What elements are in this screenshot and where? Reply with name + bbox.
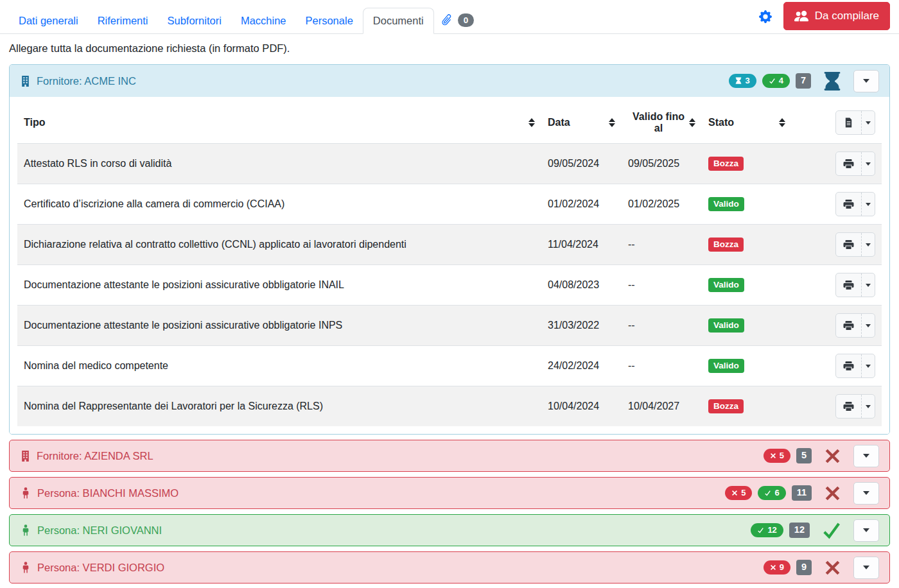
print-document-button[interactable] (835, 273, 875, 297)
status-badge: Bozza (708, 157, 744, 171)
panel-fornitore-azienda-srl[interactable]: Fornitore: AZIENDA SRL 5 5 (9, 440, 890, 472)
attachments-indicator[interactable]: 0 (434, 7, 481, 34)
caret-down-icon (866, 162, 871, 166)
panel-dropdown-button[interactable] (853, 70, 879, 92)
da-compilare-label: Da compilare (815, 10, 879, 22)
settings-gear-button[interactable] (759, 10, 772, 23)
tab-bar: Dati generali Riferimenti Subfornitori M… (0, 0, 899, 34)
x-icon (770, 453, 776, 459)
panel-title: Fornitore: AZIENDA SRL (37, 450, 153, 462)
printer-icon (843, 280, 854, 290)
status-badge: Bozza (708, 238, 744, 252)
person-icon (20, 487, 31, 499)
table-row: Documentazione attestante le posizioni a… (17, 265, 882, 306)
sort-icon-valido[interactable] (689, 118, 695, 127)
sort-icon-tipo[interactable] (528, 118, 535, 127)
print-document-button[interactable] (835, 151, 875, 176)
da-compilare-button[interactable]: Da compilare (783, 2, 890, 30)
doc-valido: -- (622, 265, 702, 306)
status-badge: Valido (708, 318, 744, 333)
supplier-panel-title: Fornitore: ACME INC (37, 75, 136, 87)
total-count-badge: 11 (792, 485, 812, 501)
tab-documenti[interactable]: Documenti (363, 8, 434, 34)
total-count-badge: 5 (796, 448, 812, 463)
printer-icon (843, 320, 854, 331)
tab-personale[interactable]: Personale (296, 8, 363, 33)
panel-title: Persona: BIANCHI MASSIMO (37, 487, 179, 499)
column-header-valido: Valido fino al (622, 102, 702, 144)
supplier-panel-header[interactable]: Fornitore: ACME INC 3 4 7 (10, 65, 889, 97)
status-badge: Valido (708, 197, 744, 212)
print-document-button[interactable] (835, 354, 875, 378)
printer-icon (843, 159, 854, 169)
tab-dati-generali[interactable]: Dati generali (9, 8, 88, 33)
panel-dropdown-button[interactable] (853, 519, 879, 542)
person-icon (20, 562, 31, 573)
doc-tipo: Nomina del medico competente (17, 346, 541, 386)
panel-dropdown-button[interactable] (853, 445, 879, 467)
doc-tipo: Nomina del Rappresentante dei Lavoratori… (17, 386, 541, 427)
table-row: Nomina del Rappresentante dei Lavoratori… (17, 386, 882, 427)
doc-data: 09/05/2024 (541, 144, 622, 184)
valid-count-badge: 6 (758, 486, 785, 500)
caret-down-icon (866, 405, 871, 408)
valid-count-badge: 12 (751, 523, 783, 537)
caret-down-icon (866, 284, 871, 287)
sort-icon-data[interactable] (609, 118, 615, 127)
caret-down-icon (866, 203, 871, 206)
x-icon (770, 564, 776, 571)
printer-icon (843, 199, 854, 209)
sort-icon-stato[interactable] (779, 118, 785, 127)
status-hourglass-icon (823, 71, 841, 91)
panel-dropdown-button[interactable] (853, 557, 879, 579)
doc-data: 11/04/2024 (541, 225, 622, 265)
print-document-button[interactable] (835, 394, 875, 419)
doc-valido: 09/05/2025 (622, 144, 702, 184)
print-document-button[interactable] (835, 192, 875, 216)
status-check-icon (822, 521, 841, 540)
export-documents-button[interactable] (835, 110, 875, 135)
tab-subfornitori[interactable]: Subfornitori (158, 8, 231, 33)
tab-macchine[interactable]: Macchine (231, 8, 296, 33)
caret-down-icon (866, 243, 871, 246)
caret-down-icon (866, 121, 871, 125)
caret-down-icon (863, 491, 869, 495)
doc-valido: 01/02/2025 (622, 184, 702, 225)
print-document-button[interactable] (835, 313, 875, 338)
documents-table: Tipo Data Valido fino al Stato Attestato… (17, 102, 882, 426)
doc-data: 24/02/2024 (541, 346, 622, 386)
doc-valido: -- (622, 346, 702, 386)
caret-down-icon (866, 365, 871, 368)
invalid-count-badge: 5 (725, 486, 752, 500)
status-x-icon (824, 485, 841, 502)
page-instructions: Allegare tutta la documentazione richies… (9, 42, 890, 55)
hourglass-icon (735, 77, 742, 84)
total-count-badge: 9 (796, 560, 812, 575)
column-header-tipo: Tipo (17, 102, 541, 144)
table-row: Nomina del medico competente 24/02/2024 … (17, 346, 882, 386)
doc-data: 10/04/2024 (541, 386, 622, 427)
file-icon (844, 117, 853, 128)
total-count-badge: 7 (796, 73, 811, 89)
doc-tipo: Certificato d’iscrizione alla camera di … (17, 184, 541, 225)
check-icon (764, 490, 771, 496)
panel-persona-bianchi-massimo[interactable]: Persona: BIANCHI MASSIMO 5 6 11 (9, 477, 890, 509)
table-row: Dichiarazione relativa al contratto coll… (17, 225, 882, 265)
doc-tipo: Dichiarazione relativa al contratto coll… (17, 225, 541, 265)
panel-dropdown-button[interactable] (853, 482, 879, 505)
gear-icon (759, 10, 772, 23)
caret-down-icon (863, 528, 869, 532)
printer-icon (843, 239, 854, 250)
printer-icon (843, 361, 854, 371)
people-icon (794, 9, 808, 23)
panel-persona-verdi-giorgio[interactable]: Persona: VERDI GIORGIO 9 9 (9, 551, 890, 584)
printer-icon (843, 401, 854, 411)
status-badge: Bozza (708, 399, 744, 414)
tab-riferimenti[interactable]: Riferimenti (88, 8, 158, 33)
caret-down-icon (863, 79, 869, 83)
doc-tipo: Documentazione attestante le posizioni a… (17, 306, 541, 346)
print-document-button[interactable] (835, 232, 875, 257)
panel-persona-neri-giovanni[interactable]: Persona: NERI GIOVANNI 12 12 (9, 514, 890, 546)
column-header-stato: Stato (702, 102, 792, 144)
panel-title: Persona: NERI GIOVANNI (37, 524, 162, 537)
